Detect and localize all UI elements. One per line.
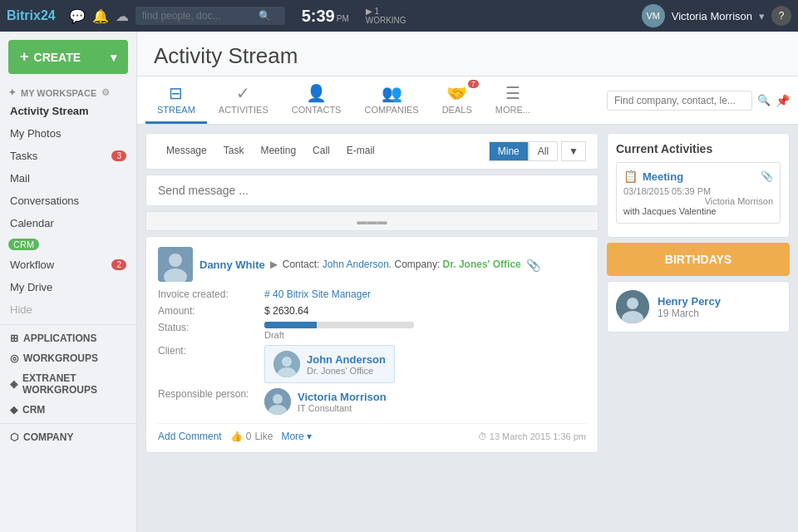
cloud-icon[interactable]: ☁ [116,8,129,24]
tab-more[interactable]: ☰ MORE... [484,76,542,124]
chat-icon[interactable]: 💬 [69,8,86,24]
meeting-activity-item: 📋 Meeting 📎 03/18/2015 05:39 PM Victoria… [616,162,781,224]
crm-icon: ◆ [10,404,17,416]
client-avatar [273,351,300,377]
stream-company-link[interactable]: Dr. Jones' Office [443,259,521,270]
stream-progress-bar [264,322,414,328]
search-bar[interactable]: 🔍 [135,7,285,25]
main-layout: + CREATE ▾ ✦ MY WORKSPACE ⚙ Activity Str… [0,32,798,532]
resp-avatar [264,388,291,415]
sidebar-item-conversations[interactable]: Conversations [0,190,136,212]
msg-tab-meeting[interactable]: Meeting [252,140,304,162]
more-button[interactable]: More ▾ [281,431,312,442]
stream-item: Danny White ▶ Contact: John Anderson. Co… [145,236,598,453]
create-button[interactable]: + CREATE ▾ [8,40,128,74]
tab-contacts[interactable]: 👤 CONTACTS [280,76,353,124]
workflow-badge: 2 [111,259,126,270]
stream-amount-field: Amount: $ 2630.64 [158,305,586,317]
sidebar-item-mail[interactable]: Mail [0,167,136,190]
tab-search: 🔍 📌 [607,91,790,111]
add-comment-link[interactable]: Add Comment [158,431,222,442]
user-menu[interactable]: VM Victoria Morrison ▾ [642,4,765,27]
meeting-link[interactable]: Meeting [643,170,683,183]
tab-companies[interactable]: 👥 COMPANIES [352,76,430,124]
svg-point-4 [282,357,292,367]
mine-button[interactable]: Mine [489,141,529,161]
sidebar: + CREATE ▾ ✦ MY WORKSPACE ⚙ Activity Str… [0,32,137,532]
stream-contact-label: Contact: John Anderson. Company: Dr. Jon… [283,259,521,270]
stream-invoice-value[interactable]: # 40 Bitrix Site Manager [264,288,371,300]
tab-stream[interactable]: ⊟ STREAM [145,76,207,124]
stream-user-name[interactable]: Danny White [200,259,265,271]
avatar: VM [642,4,665,27]
help-button[interactable]: ? [771,6,791,26]
stream-progress-fill [264,322,317,328]
companies-tab-icon: 👥 [382,83,402,103]
page-title: Activity Stream [154,43,781,69]
msg-tab-message[interactable]: Message [158,140,215,162]
workgroups-icon: ◎ [10,352,18,364]
tasks-badge: 3 [111,150,126,161]
like-button[interactable]: 👍 0 Like [230,431,273,442]
client-name[interactable]: John Anderson [307,353,386,366]
bell-icon[interactable]: 🔔 [92,8,109,24]
stream-status-text: Draft [264,330,414,340]
gear-icon[interactable]: ⚙ [101,87,110,98]
applications-icon: ⊞ [10,332,18,344]
deals-tab-icon: 🤝 [446,83,467,103]
msg-tab-call[interactable]: Call [304,140,338,162]
birthday-avatar [616,290,649,323]
meeting-date: 03/18/2015 05:39 PM [623,186,773,196]
stream-client-field: Client: John Anderson [158,345,586,383]
current-activities-title: Current Activities [616,142,781,155]
stream-item-header: Danny White ▶ Contact: John Anderson. Co… [158,247,586,282]
stream-contact-link[interactable]: John Anderson. [323,259,392,270]
sidebar-item-tasks[interactable]: Tasks 3 [0,145,136,167]
crm-nav-section[interactable]: ◆ CRM [0,400,136,420]
message-input[interactable] [158,184,586,197]
sidebar-item-workflow[interactable]: Workflow 2 [0,254,136,276]
current-activities-panel: Current Activities 📋 Meeting 📎 03/18/201… [607,133,790,238]
birthday-name[interactable]: Henry Percy [658,295,721,308]
all-button[interactable]: All [529,141,558,161]
stream-attach-icon[interactable]: 📎 [526,259,540,272]
tab-search-input[interactable] [607,91,752,111]
search-input[interactable] [142,10,259,22]
extranet-icon: ◈ [10,378,17,390]
filter-button[interactable]: ▼ [561,141,586,161]
sidebar-item-activity-stream[interactable]: Activity Stream [0,100,136,122]
activities-tab-icon: ✓ [236,83,250,103]
svg-point-10 [627,298,638,309]
deals-badge: 7 [468,80,479,88]
sidebar-item-my-drive[interactable]: My Drive [0,276,136,298]
svg-point-7 [273,394,283,404]
main-content: Activity Stream ⊟ STREAM ✓ ACTIVITIES 👤 … [137,32,798,532]
birthday-item: Henry Percy 19 March [607,281,790,332]
extranet-section[interactable]: ◈ EXTRANET WORKGROUPS [0,368,136,400]
ca-attach-icon: 📎 [761,170,773,182]
msg-tab-task[interactable]: Task [215,140,253,162]
user-name: Victoria Morrison [672,10,752,22]
like-icon: 👍 [230,431,243,442]
applications-section[interactable]: ⊞ APPLICATIONS [0,328,136,348]
tab-deals[interactable]: 🤝 DEALS 7 [431,76,484,124]
sidebar-item-calendar[interactable]: Calendar [0,212,136,234]
mine-all-filter: Mine All ▼ [489,141,586,161]
meeting-icon: 📋 [623,170,638,183]
filter-bar: ▬▬▬ [145,211,598,231]
company-section[interactable]: ⬡ COMPANY [0,427,136,447]
birthdays-button[interactable]: BIRTHDAYS [607,243,790,276]
sidebar-item-my-photos[interactable]: My Photos [0,122,136,145]
sidebar-item-hide[interactable]: Hide [0,298,136,321]
stream-amount-value: $ 2630.64 [264,305,308,317]
tab-activities[interactable]: ✓ ACTIVITIES [207,76,280,124]
pin-icon[interactable]: 📌 [776,94,790,107]
client-card: John Anderson Dr. Jones' Office [264,345,395,383]
resp-name[interactable]: Victoria Morrison [298,391,387,403]
navbar: Bitrix24 💬 🔔 ☁ 🔍 5:39 PM ▶ 1 WORKING VM … [0,0,798,32]
workgroups-section[interactable]: ◎ WORKGROUPS [0,348,136,368]
msg-tab-email[interactable]: E-mail [338,140,383,162]
stream-resp-field: Responsible person: Victoria Morris [158,388,586,415]
right-panel: Current Activities 📋 Meeting 📎 03/18/201… [607,133,790,524]
crm-tag[interactable]: CRM [8,238,128,250]
